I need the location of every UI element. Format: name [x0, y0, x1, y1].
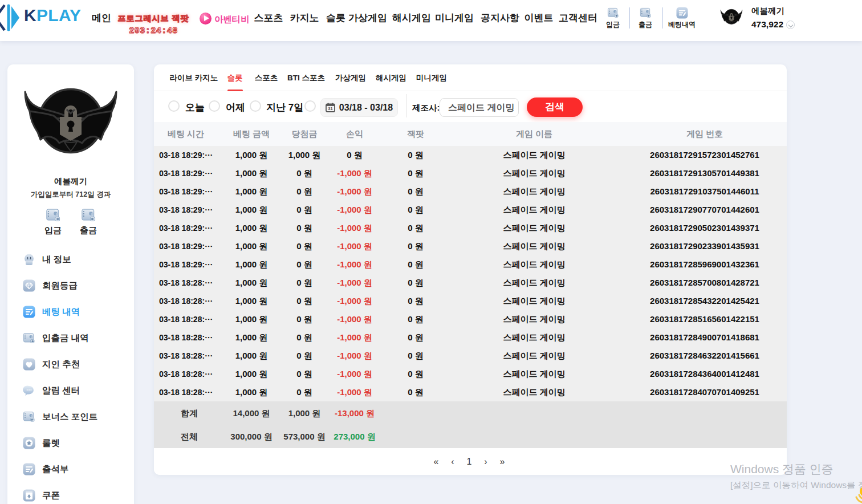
svg-text:31: 31: [328, 106, 332, 111]
